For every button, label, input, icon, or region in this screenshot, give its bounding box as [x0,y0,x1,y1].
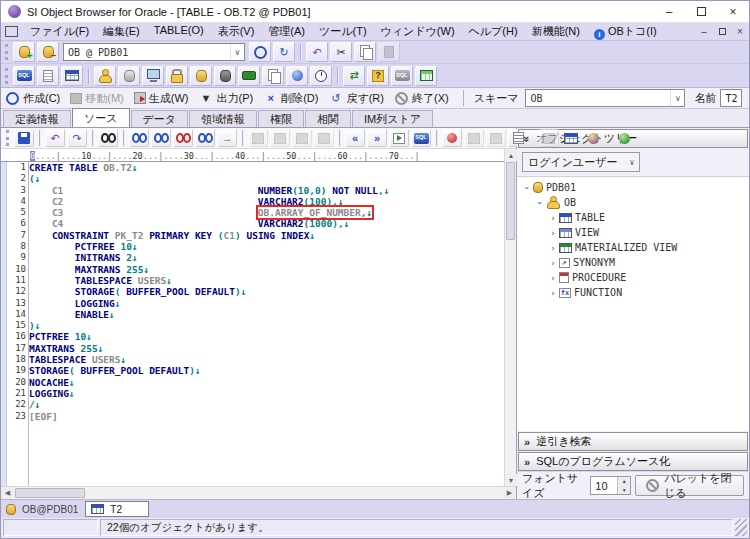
outdent-icon-button[interactable]: « [345,129,365,147]
recycle-bin-icon-button[interactable] [286,66,308,86]
user-icon-button[interactable] [94,66,116,86]
undo-icon-button[interactable]: ↶ [306,42,328,62]
code-area[interactable]: 1234567891011121314151617181920212223 CR… [1,162,504,486]
maximize-button[interactable] [685,1,717,22]
close-button[interactable]: 終了(X) [394,91,449,106]
session-grid-icon-button[interactable] [61,66,83,86]
font-size-value[interactable]: 10 [591,477,617,494]
find-marked-icon-button[interactable] [195,129,215,147]
redo-icon-button[interactable]: ↷ [67,129,87,147]
connect-icon-button[interactable] [13,42,35,62]
sql-editor-icon-button[interactable]: SQL [13,66,35,86]
save-icon-button[interactable] [14,129,34,147]
taskbar-item-t2[interactable]: T2 [85,501,149,517]
session-icon-button[interactable] [142,66,164,86]
cut-icon-button[interactable]: ✂ [330,42,352,62]
tree-item-table[interactable]: ›TABLE [521,210,749,225]
paste-icon-button[interactable] [378,42,400,62]
block-1-icon-button[interactable] [248,129,268,147]
indent-icon-button[interactable]: » [367,129,387,147]
chevron-expanded-icon[interactable]: › [535,197,545,209]
tree-item-function[interactable]: ›fxFUNCTION [521,285,749,300]
horizontal-scroll-thumb[interactable] [15,488,85,498]
mdi-child-icon[interactable] [5,26,18,37]
mark-1-icon-button[interactable] [464,129,484,147]
goto-line-icon-button[interactable]: → [217,129,237,147]
tree-item-procedure[interactable]: ›PROCEDURE [521,270,749,285]
connection-combo[interactable]: OB @ PDB01∨ [63,43,245,61]
font-size-spinner[interactable]: 10 ▲ ▼ [590,476,631,495]
segment-icon-button[interactable] [190,66,212,86]
scroll-left-icon[interactable]: ◀ [1,487,14,499]
rollback-icon-button[interactable]: ↻ [273,42,295,62]
sql-to-program-bar[interactable]: » SQLのプログラムソース化 [518,452,748,471]
scroll-up-icon[interactable]: ▲ [505,149,517,161]
sql-catch-icon-button[interactable]: SQL [391,66,413,86]
compare-icon-button[interactable]: ⇄ [343,66,365,86]
menu-item-7[interactable]: ウィンドウ(W) [374,22,462,42]
block-4-icon-button[interactable] [314,129,334,147]
object-copy-icon-button[interactable] [262,66,284,86]
chevron-collapsed-icon[interactable]: › [547,228,559,238]
find-icon-button[interactable] [98,129,118,147]
menu-item-4[interactable]: 表示(V) [211,22,262,42]
tree-item-materialized-view[interactable]: ›MATERIALIZED VIEW [521,240,749,255]
schema-combo[interactable]: OB ∨ [525,89,685,107]
menu-item-3[interactable]: TABLE(O) [147,22,211,42]
data-generator-icon-button[interactable] [415,66,437,86]
parameter-icon-button[interactable] [238,66,260,86]
menu-item-9[interactable]: 新機能(N) [525,22,587,42]
print-icon-button[interactable] [539,129,559,147]
mdi-restore-button[interactable] [713,26,731,37]
replace-icon-button[interactable] [173,129,193,147]
close-palette-button[interactable]: パレットを閉じる [635,475,744,496]
tab-7[interactable]: IM列ストア [352,110,433,127]
mdi-close-button[interactable]: × [731,26,749,37]
taskbar-item-ob-pdb01[interactable]: OB@PDB01 [3,504,81,515]
tree-item-view[interactable]: ›VIEW [521,225,749,240]
chevron-collapsed-icon[interactable]: › [547,243,559,253]
tab-6[interactable]: 相関 [305,110,351,127]
tab-2[interactable]: ソース [72,108,130,127]
menu-item-1[interactable]: ファイル(F) [23,22,96,42]
reverse-search-bar[interactable]: » 逆引き検索 [518,432,748,451]
output-button[interactable]: ▼出力(P) [199,91,254,106]
job-queue-icon-button[interactable] [310,66,332,86]
delete-button[interactable]: ×削除(D) [263,91,318,106]
assistant-icon-button[interactable]: ? [367,66,389,86]
scroll-down-icon[interactable]: ▼ [505,474,517,486]
find-next-icon-button[interactable] [129,129,149,147]
block-2-icon-button[interactable] [270,129,290,147]
find-prev-icon-button[interactable] [151,129,171,147]
tree-item-pdb01[interactable]: ›PDB01 [521,180,749,195]
execute-icon-button[interactable] [389,129,409,147]
sql-format-icon-button[interactable]: SQL [411,129,431,147]
menu-item-5[interactable]: 管理(A) [261,22,312,42]
spin-down-icon[interactable]: ▼ [618,486,630,495]
menu-item-8[interactable]: ヘルプ(H) [462,22,525,42]
tab-3[interactable]: データ [131,110,189,127]
copy-icon-button[interactable] [354,42,376,62]
spin-up-icon[interactable]: ▲ [618,477,630,486]
chevron-collapsed-icon[interactable]: › [547,288,559,298]
name-input[interactable]: T2 [720,89,742,107]
vertical-scroll-thumb[interactable] [506,162,515,240]
horizontal-scrollbar[interactable]: ◀ ▶ [1,486,516,499]
menu-item-6[interactable]: ツール(T) [312,22,374,42]
minimize-button[interactable]: – [653,1,685,22]
object-list-icon-button[interactable] [118,66,140,86]
disconnect-icon-button[interactable] [37,42,59,62]
chevron-collapsed-icon[interactable]: › [547,213,559,223]
resize-grip[interactable] [735,519,747,536]
menu-item-2[interactable]: 編集(E) [96,22,147,42]
block-3-icon-button[interactable] [292,129,312,147]
undo-icon-button[interactable]: ↶ [45,129,65,147]
role-lock-icon-button[interactable] [166,66,188,86]
rollback-segment-icon-button[interactable] [214,66,236,86]
tree-item-synonym[interactable]: ›↗SYNONYM [521,255,749,270]
revert-button[interactable]: ↺戻す(R) [328,91,384,106]
tab-5[interactable]: 権限 [258,110,304,127]
login-user-combo[interactable]: ログインユーザー ∨ [522,152,640,172]
tree-item-ob[interactable]: ›OB [521,195,749,210]
bookmark-icon-button[interactable] [442,129,462,147]
